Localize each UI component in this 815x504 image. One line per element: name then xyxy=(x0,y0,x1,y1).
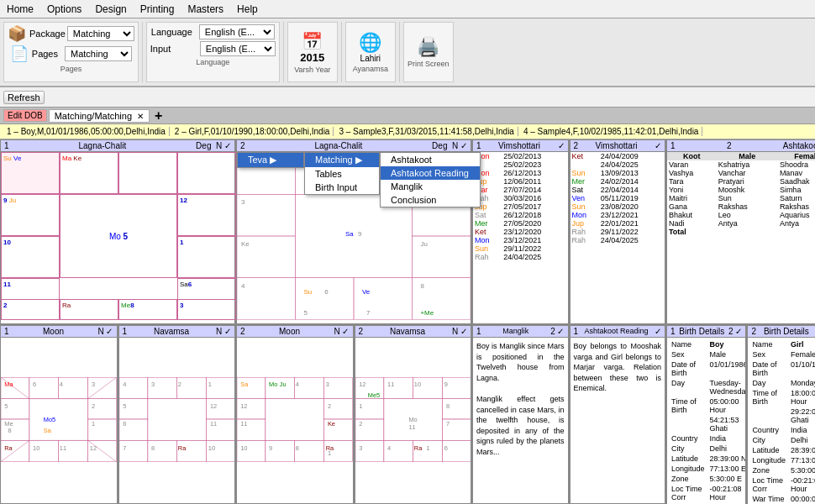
moon-girl-svg: Sa Mo Ju 4 3 12 2 11 Ke 10 9 8 Ra 1 xyxy=(237,338,353,501)
table-row: 24/04/2025 xyxy=(570,160,665,169)
svg-text:5: 5 xyxy=(123,402,126,410)
svg-text:12: 12 xyxy=(90,444,97,452)
chart-cell-10: 10 xyxy=(1,236,60,278)
table-row: Rah24/04/2025 xyxy=(473,253,568,261)
input-label: Input xyxy=(150,44,197,54)
svg-text:1: 1 xyxy=(208,381,211,388)
table-row: Sat26/12/2018 xyxy=(473,211,568,219)
manglik-menu-item[interactable]: Manglik xyxy=(381,180,480,193)
refresh-button[interactable]: Refresh xyxy=(3,91,45,104)
birth-input-menu-item[interactable]: Birth Input xyxy=(305,181,379,194)
ribbon: 📦 Package Matching 📄 Pages Matching Page… xyxy=(0,18,815,87)
svg-text:4: 4 xyxy=(241,282,245,290)
toolbar: Refresh xyxy=(0,87,815,108)
ashtakoot-table: KootMaleFemaleMaxMark VaranKshatriyaShoo… xyxy=(667,152,815,236)
svg-text:Sa: Sa xyxy=(44,427,52,434)
matching-submenu-item[interactable]: Matching ▶ xyxy=(305,153,379,167)
chart-cell-4: 12 xyxy=(177,194,236,236)
manglik-text: Boy is Manglik since Mars is positioned … xyxy=(473,338,568,461)
svg-text:11: 11 xyxy=(209,420,216,428)
tab-close-btn[interactable]: ✕ xyxy=(137,112,144,121)
package-dropdown[interactable]: Matching xyxy=(67,26,134,41)
svg-text:2: 2 xyxy=(328,402,331,410)
ashtakoot-reading-panel: 1Ashtakoot Reading✓ Boy belongs to Moosh… xyxy=(570,325,666,504)
girl-bottom-charts: 2MoonN ✓ xyxy=(236,325,471,504)
birth-details-1-header: 1Birth Details2 ✓ xyxy=(667,326,745,338)
lagna-chalit-girl-panel: 2Lagna-ChalitDeg N ✓ xyxy=(236,139,471,324)
svg-text:5: 5 xyxy=(4,402,8,410)
table-row: CityDelhi xyxy=(670,444,745,453)
table-row: Ket24/04/2009 xyxy=(570,152,665,160)
table-row: Longitude77:13:00 E xyxy=(670,465,745,473)
lagna-chalit-girl-header: 2Lagna-ChalitDeg N ✓ xyxy=(237,140,471,152)
vimshottari-2-content: Ket24/04/2009 24/04/2025 Sun13/09/2013 M… xyxy=(570,152,665,322)
lahiri-label: Lahiri xyxy=(360,54,381,63)
conclusion-menu-item[interactable]: Conclusion xyxy=(381,193,480,207)
table-row: Mon23/12/2021 xyxy=(473,236,568,244)
svg-text:Ra: Ra xyxy=(413,444,422,452)
svg-text:6: 6 xyxy=(324,289,329,297)
table-row: SexMale xyxy=(670,350,745,359)
svg-text:Mo: Mo xyxy=(269,381,277,388)
menu-home[interactable]: Home xyxy=(0,2,40,17)
table-row: Mer27/05/2020 xyxy=(473,219,568,228)
edit-dob-button[interactable]: Edit DOB xyxy=(3,109,47,122)
svg-text:6: 6 xyxy=(123,420,126,428)
dobbar: 1 – Boy,M,01/01/1986,05:00:00,Delhi,Indi… xyxy=(0,124,815,139)
ashtakoot-reading-menu-item[interactable]: Ashtakoot Reading xyxy=(381,166,480,180)
manglik-ash-row: 1Manglik2 ✓ Boy is Manglik since Mars is… xyxy=(472,325,665,504)
birth-conclusion-row: 1Birth Details2 ✓ NameBoy SexMale Date o… xyxy=(666,325,815,504)
table-row: Sat22/04/2014 xyxy=(570,186,665,194)
tab-matching[interactable]: Matching/Matching ✕ xyxy=(49,109,150,123)
manglik-header: 1Manglik2 ✓ xyxy=(473,326,568,338)
menu-design[interactable]: Design xyxy=(88,2,133,17)
tables-section: 1Vimshottari✓ Mon25/02/2013 25/02/2023 M… xyxy=(472,139,665,504)
svg-text:9: 9 xyxy=(269,444,272,452)
teva-menu-item[interactable]: Teva ▶ xyxy=(238,153,303,167)
table-row: Ket23/12/2020 xyxy=(473,228,568,236)
lagna-chalit-boy-title: Lagna-Chalit xyxy=(78,141,126,150)
moon-boy-header: 1MoonN ✓ xyxy=(1,326,117,338)
table-row: MaitriSunSaturn50.00 xyxy=(667,194,815,202)
tables-menu-item[interactable]: Tables xyxy=(305,167,379,181)
svg-text:11: 11 xyxy=(60,444,66,452)
table-row: CityDelhi xyxy=(750,436,815,444)
ashtakoot-menu-item[interactable]: Ashtakoot xyxy=(381,153,480,166)
birth-details-1-content: NameBoy SexMale Date of Birth01/01/1986 … xyxy=(667,338,745,504)
navamsa-boy-panel: 1NavamsaN ✓ xyxy=(118,325,236,504)
chart-center: Mo 5 xyxy=(60,194,177,278)
svg-text:3: 3 xyxy=(151,381,155,388)
matching-submenu: Ashtakoot Ashtakoot Reading Manglik Conc… xyxy=(380,152,481,207)
table-row: Longitude77:13:00 E xyxy=(750,456,815,465)
menu-masters[interactable]: Masters xyxy=(181,2,230,17)
menu-options[interactable]: Options xyxy=(40,2,88,17)
svg-text:9: 9 xyxy=(444,381,447,388)
chart-cell-1: Ma Ke xyxy=(60,152,118,194)
svg-text:Mo5: Mo5 xyxy=(44,416,55,423)
menu-help[interactable]: Help xyxy=(230,2,265,17)
table-row: TaraPratyariSaadhak31.50 xyxy=(667,177,815,186)
table-row: DayTuesday-Wednesday xyxy=(670,379,745,396)
chart-cell-8: 2 xyxy=(1,299,60,320)
pages-dropdown[interactable]: Matching xyxy=(65,46,132,61)
language-dropdown[interactable]: English (E... xyxy=(199,24,275,39)
navamsa-girl-panel: 2NavamsaN ✓ xyxy=(355,325,472,504)
dob-2: 2 – Girl,F,01/10/1990,18:00:00,Delhi,Ind… xyxy=(171,127,334,136)
table-row: Time of Birth05:00:00 Hour xyxy=(670,397,745,414)
svg-text:4: 4 xyxy=(123,381,126,388)
svg-text:6: 6 xyxy=(444,444,447,452)
svg-text:3: 3 xyxy=(241,198,245,206)
table-row: Loc Time Corr-00:21:08 Hour xyxy=(750,476,815,493)
ayanamsa-label: Ayanamsa xyxy=(353,65,388,73)
menu-printing[interactable]: Printing xyxy=(134,2,181,17)
svg-text:Ra: Ra xyxy=(4,444,13,452)
table-row: Date of Birth01/01/1986 xyxy=(670,360,745,377)
pages-icon: 📄 xyxy=(10,45,29,63)
tab-add-btn[interactable]: + xyxy=(151,108,166,123)
language-group-label: Language xyxy=(196,58,229,66)
svg-text:Ju: Ju xyxy=(420,240,427,248)
tabbar: Edit DOB Matching/Matching ✕ + xyxy=(0,108,815,124)
input-dropdown[interactable]: English (E... xyxy=(200,41,276,56)
package-icon: 📦 xyxy=(8,24,26,43)
table-row: Rah30/03/2016 xyxy=(473,194,568,202)
